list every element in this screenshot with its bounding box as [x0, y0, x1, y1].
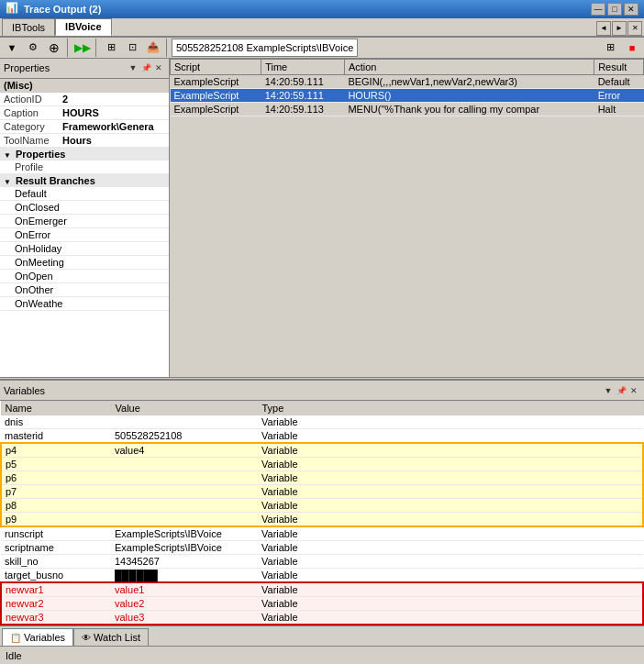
window-controls: — □ ✕	[591, 3, 638, 16]
var-row[interactable]: p5Variable	[1, 458, 643, 471]
toolbar-filter-btn[interactable]: ⊡	[122, 38, 142, 58]
trace-body: ExampleScript 14:20:59.111 BEGIN(,,,newV…	[171, 74, 644, 116]
properties-header: Properties ▼ 📌 ✕	[0, 59, 169, 79]
variables-table-scroll[interactable]: Name Value Type dnisVariablemasterid5055…	[0, 401, 644, 625]
minimize-button[interactable]: —	[591, 3, 605, 16]
var-cell-value: ExampleScripts\IBVoice	[111, 526, 258, 541]
branch-onmeeting-label: OnMeeting	[0, 255, 169, 269]
prop-name-toolname: ToolName	[0, 133, 59, 147]
trace-cell-time-1: 14:20:59.111	[261, 88, 345, 102]
tab-close[interactable]: ✕	[627, 21, 642, 36]
tab-bar: IBTools IBVoice ◄ ► ✕	[0, 18, 644, 38]
var-row[interactable]: scriptnameExampleScripts\IBVoiceVariable	[1, 541, 643, 555]
var-cell-name: masterid	[1, 429, 111, 444]
variables-tab[interactable]: 📋 Variables	[2, 628, 73, 646]
toolbar-sep-1	[67, 39, 70, 57]
branch-onholiday-label: OnHoliday	[0, 241, 169, 255]
var-cell-type: Variable	[258, 582, 643, 597]
toolbar-export-btn[interactable]: 📤	[143, 38, 163, 58]
toolbar-grid-btn[interactable]: ⊞	[101, 38, 121, 58]
var-row[interactable]: p4value4Variable	[1, 443, 643, 458]
toolbar-stop-btn[interactable]: ■	[622, 38, 642, 58]
properties-panel: Properties ▼ 📌 ✕ (Misc) ActionID 2	[0, 59, 170, 377]
tab-ibvoice[interactable]: IBVoice	[55, 18, 112, 36]
tab-nav-right[interactable]: ►	[612, 21, 627, 36]
var-col-value: Value	[111, 402, 258, 415]
trace-table: Script Time Action Result ExampleScript …	[170, 59, 644, 116]
var-row[interactable]: p7Variable	[1, 485, 643, 499]
var-row[interactable]: masterid505528252108Variable	[1, 429, 643, 444]
var-cell-name: p4	[1, 443, 111, 458]
var-cell-value: 14345267	[111, 555, 258, 569]
branch-onweathe-label: OnWeathe	[0, 296, 169, 310]
toolbar-add-btn[interactable]: ⊕	[44, 38, 64, 58]
toolbar-dropdown-btn[interactable]: ▼	[2, 38, 22, 58]
toolbar-play-btn[interactable]: ▶▶	[72, 38, 93, 58]
prop-name-actionid: ActionID	[0, 92, 59, 105]
properties-dropdown-btn[interactable]: ▼	[127, 61, 139, 74]
prop-row-caption: Caption HOURS	[0, 105, 169, 119]
properties-pin-btn[interactable]: 📌	[139, 61, 152, 74]
var-row[interactable]: skill_no14345267Variable	[1, 555, 643, 569]
prop-result-branches-section: ▼ Result Branches	[0, 173, 169, 187]
variables-table: Name Value Type dnisVariablemasterid5055…	[0, 401, 644, 625]
result-branches-expand-icon: ▼	[4, 178, 11, 186]
var-row[interactable]: newvar3value3Variable	[1, 611, 643, 625]
var-cell-type: Variable	[258, 555, 643, 569]
var-cell-type: Variable	[258, 458, 643, 471]
var-row[interactable]: p8Variable	[1, 499, 643, 513]
var-row[interactable]: p9Variable	[1, 513, 643, 527]
trace-row-1[interactable]: ExampleScript 14:20:59.111 HOURS() Error	[171, 88, 644, 102]
var-row[interactable]: newvar2value2Variable	[1, 597, 643, 611]
var-row[interactable]: target_busno██████Variable	[1, 569, 643, 583]
prop-branch-onerror: OnError	[0, 227, 169, 241]
properties-close-btn[interactable]: ✕	[152, 61, 165, 74]
trace-header: Script Time Action Result	[171, 59, 644, 74]
trace-col-script: Script	[171, 59, 261, 74]
app-icon: 📊	[6, 2, 20, 17]
variables-dropdown-btn[interactable]: ▼	[602, 384, 615, 397]
var-cell-name: p9	[1, 513, 111, 527]
prop-branch-default: Default	[0, 187, 169, 201]
var-cell-type: Variable	[258, 569, 643, 583]
tab-ibtools[interactable]: IBTools	[2, 18, 55, 36]
trace-row-2[interactable]: ExampleScript 14:20:59.113 MENU("%Thank …	[171, 102, 644, 116]
var-row[interactable]: newvar1value1Variable	[1, 582, 643, 597]
prop-misc-group: (Misc)	[0, 79, 169, 93]
toolbar-settings-btn[interactable]: ⚙	[23, 38, 43, 58]
variables-tab-label: Variables	[24, 632, 65, 643]
var-row[interactable]: p6Variable	[1, 471, 643, 485]
var-col-type: Type	[258, 402, 643, 415]
properties-table: (Misc) ActionID 2 Caption HOURS Category…	[0, 79, 169, 311]
variables-pin-btn[interactable]: 📌	[615, 384, 627, 397]
variables-table-header: Name Value Type	[1, 402, 643, 415]
maximize-button[interactable]: □	[607, 3, 622, 16]
prop-value-category: Framework\Genera	[59, 119, 169, 133]
variables-close-btn[interactable]: ✕	[627, 384, 640, 397]
watchlist-tab[interactable]: 👁 Watch List	[73, 628, 149, 646]
var-cell-value	[111, 471, 258, 485]
prop-name-category: Category	[0, 119, 59, 133]
prop-profile-label: Profile	[0, 160, 169, 174]
var-cell-value: ExampleScripts\IBVoice	[111, 541, 258, 555]
trace-cell-result-1: Error	[594, 88, 644, 102]
var-cell-value: ██████	[111, 569, 258, 583]
var-cell-value: value3	[111, 611, 258, 625]
toolbar-sep-2	[95, 39, 98, 57]
var-cell-type: Variable	[258, 499, 643, 513]
var-cell-type: Variable	[258, 513, 643, 527]
var-cell-value: value4	[111, 443, 258, 458]
tab-nav-left[interactable]: ◄	[596, 21, 611, 36]
var-row[interactable]: dnisVariable	[1, 415, 643, 429]
var-cell-type: Variable	[258, 443, 643, 458]
var-cell-name: scriptname	[1, 541, 111, 555]
var-cell-value: value2	[111, 597, 258, 611]
var-cell-name: newvar2	[1, 597, 111, 611]
var-row[interactable]: runscriptExampleScripts\IBVoiceVariable	[1, 526, 643, 541]
close-button[interactable]: ✕	[624, 3, 638, 16]
toolbar-layout-btn[interactable]: ⊞	[600, 38, 620, 58]
prop-branch-onother: OnOther	[0, 282, 169, 296]
main-window: 📊 Trace Output (2) — □ ✕ IBTools IBVoice…	[0, 0, 644, 664]
prop-row-actionid: ActionID 2	[0, 92, 169, 105]
trace-row-0[interactable]: ExampleScript 14:20:59.111 BEGIN(,,,newV…	[171, 74, 644, 88]
